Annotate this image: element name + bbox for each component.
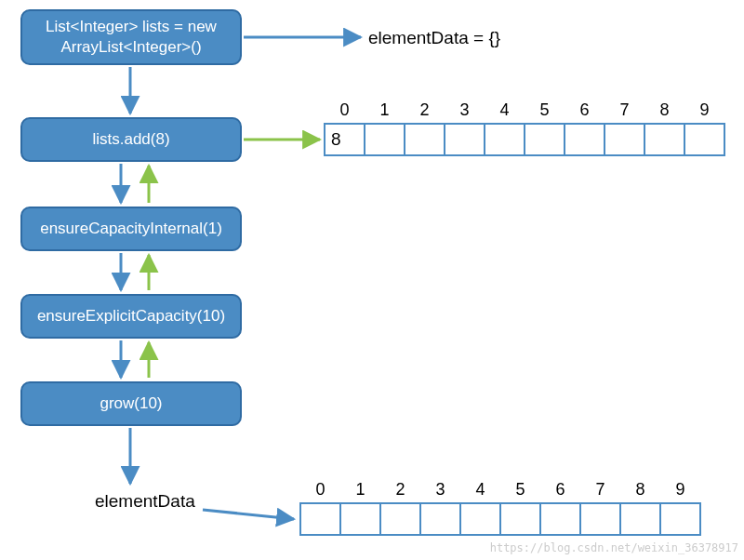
array-index: 6 <box>565 100 604 120</box>
label-elementdata-init: elementData = {} <box>368 28 500 48</box>
array-cell: 6 <box>539 502 581 536</box>
arrows-svg <box>0 0 744 560</box>
array-index: 1 <box>341 480 379 500</box>
node-grow-text: grow(10) <box>100 393 162 414</box>
array-top: 08123456789 <box>324 123 725 156</box>
node-init-text: List<Integer> lists = new ArrayList<Inte… <box>46 17 217 58</box>
array-cell: 7 <box>604 123 645 156</box>
array-index: 2 <box>405 100 444 120</box>
array-cell: 9 <box>684 123 725 156</box>
array-cell: 5 <box>524 123 565 156</box>
array-index: 0 <box>301 480 339 500</box>
array-index: 9 <box>661 480 699 500</box>
array-cell: 1 <box>339 502 381 536</box>
node-ensure-explicit: ensureExplicitCapacity(10) <box>20 294 242 339</box>
array-cell: 2 <box>404 123 445 156</box>
array-index: 7 <box>605 100 644 120</box>
array-cell: 8 <box>644 123 685 156</box>
array-index: 7 <box>581 480 619 500</box>
arrow-elementdata-to-array2 <box>203 510 294 519</box>
array-index: 0 <box>326 100 364 120</box>
array-index: 2 <box>381 480 419 500</box>
array-index: 8 <box>645 100 684 120</box>
array-cell: 0 <box>299 502 341 536</box>
array-value: 8 <box>331 129 341 150</box>
array-cell: 8 <box>619 502 661 536</box>
array-cell: 5 <box>499 502 541 536</box>
array-bottom: 0123456789 <box>299 502 701 536</box>
node-add: lists.add(8) <box>20 117 242 162</box>
array-cell: 2 <box>379 502 421 536</box>
array-cell: 3 <box>419 502 461 536</box>
array-index: 8 <box>621 480 659 500</box>
array-index: 4 <box>485 100 524 120</box>
array-cell: 08 <box>324 123 365 156</box>
array-index: 4 <box>461 480 499 500</box>
node-grow: grow(10) <box>20 381 242 426</box>
array-cell: 9 <box>659 502 701 536</box>
node-ensure-internal-text: ensureCapacityInternal(1) <box>40 219 222 239</box>
watermark: https://blog.csdn.net/weixin_36378917 <box>490 541 738 554</box>
array-index: 6 <box>541 480 579 500</box>
array-cell: 3 <box>444 123 485 156</box>
array-cell: 4 <box>484 123 525 156</box>
array-index: 3 <box>421 480 459 500</box>
label-elementdata-bottom: elementData <box>95 491 195 512</box>
node-ensure-internal: ensureCapacityInternal(1) <box>20 207 242 251</box>
array-cell: 4 <box>459 502 501 536</box>
array-index: 1 <box>365 100 404 120</box>
array-cell: 6 <box>564 123 605 156</box>
array-index: 5 <box>501 480 539 500</box>
node-ensure-explicit-text: ensureExplicitCapacity(10) <box>37 306 225 327</box>
array-cell: 7 <box>579 502 621 536</box>
node-add-text: lists.add(8) <box>92 129 169 150</box>
array-index: 5 <box>525 100 564 120</box>
array-index: 3 <box>445 100 484 120</box>
node-init: List<Integer> lists = new ArrayList<Inte… <box>20 9 242 65</box>
array-index: 9 <box>685 100 724 120</box>
array-cell: 1 <box>364 123 405 156</box>
